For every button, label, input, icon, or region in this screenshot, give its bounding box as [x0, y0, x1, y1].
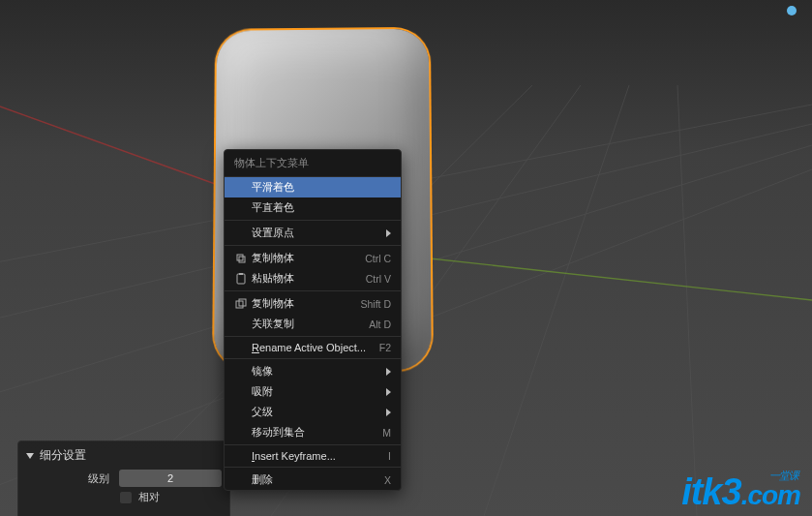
svg-rect-13: [239, 273, 243, 275]
menu-paste-objects[interactable]: 粘贴物体 Ctrl V: [225, 268, 401, 288]
menu-snap[interactable]: 吸附: [225, 381, 401, 402]
menu-separator: [225, 467, 401, 468]
disclosure-triangle-icon: [26, 453, 34, 459]
submenu-arrow-icon: [386, 388, 391, 396]
menu-item-label: Rename Active Object...: [252, 342, 368, 353]
menu-shortcut: Ctrl V: [354, 273, 391, 285]
menu-shortcut: F2: [368, 342, 391, 353]
svg-rect-12: [237, 274, 245, 284]
menu-item-label: 复制物体: [252, 251, 353, 265]
menu-shortcut: X: [373, 474, 391, 486]
svg-rect-11: [239, 257, 245, 262]
level-field[interactable]: 2: [119, 470, 222, 487]
submenu-arrow-icon: [386, 368, 391, 376]
menu-shortcut: I: [376, 450, 391, 462]
paste-icon: [232, 272, 250, 286]
menu-item-label: 镜像: [252, 364, 378, 379]
menu-item-label: 复制物体: [252, 296, 348, 311]
menu-item-label: 吸附: [252, 384, 378, 399]
menu-item-label: 粘贴物体: [252, 271, 354, 286]
copy-icon: [232, 252, 250, 265]
menu-set-origin[interactable]: 设置原点: [225, 223, 401, 243]
menu-insert-keyframe[interactable]: Insert Keyframe... I: [225, 447, 401, 465]
menu-item-label: 移动到集合: [252, 425, 371, 440]
menu-item-label: Insert Keyframe...: [252, 450, 376, 462]
relative-label: 相对: [138, 490, 160, 504]
menu-item-label: 平直着色: [252, 200, 391, 215]
svg-line-7: [677, 85, 697, 516]
menu-item-label: 关联复制: [252, 317, 357, 331]
svg-line-8: [0, 89, 242, 194]
svg-rect-10: [237, 255, 243, 260]
menu-move-to-collection[interactable]: 移动到集合 M: [225, 422, 401, 442]
menu-mirror[interactable]: 镜像: [225, 361, 401, 381]
logo-tagline: 一堂课: [769, 471, 798, 481]
menu-shortcut: M: [371, 427, 391, 439]
menu-separator: [225, 290, 401, 291]
menu-duplicate-objects[interactable]: 复制物体 Shift D: [225, 293, 401, 314]
level-label: 级别: [26, 471, 119, 486]
menu-separator: [225, 444, 401, 445]
relative-checkbox[interactable]: [119, 491, 133, 504]
shading-preset-indicator[interactable]: [787, 6, 797, 15]
menu-item-label: 设置原点: [252, 226, 378, 240]
menu-separator: [225, 336, 401, 337]
context-menu-title: 物体上下文菜单: [225, 150, 401, 177]
menu-separator: [225, 358, 401, 359]
menu-duplicate-linked[interactable]: 关联复制 Alt D: [225, 314, 401, 334]
menu-item-label: 删除: [252, 472, 373, 487]
operator-panel-title: 细分设置: [40, 447, 86, 464]
duplicate-icon: [232, 297, 250, 311]
menu-copy-objects[interactable]: 复制物体 Ctrl C: [225, 248, 401, 268]
menu-shortcut: Alt D: [357, 319, 391, 330]
logo-brand: itk3: [681, 471, 740, 512]
operator-panel[interactable]: 细分设置 级别 2 相对: [17, 440, 230, 516]
svg-line-6: [484, 85, 629, 516]
object-context-menu: 物体上下文菜单 平滑着色 平直着色 设置原点 复制物体 Ctrl C 粘贴物体 …: [224, 149, 402, 491]
menu-shade-flat[interactable]: 平直着色: [225, 197, 401, 218]
operator-panel-header[interactable]: 细分设置: [26, 447, 222, 464]
menu-delete[interactable]: 删除 X: [225, 470, 401, 490]
logo-domain: .com: [741, 480, 800, 510]
submenu-arrow-icon: [386, 229, 391, 237]
menu-item-label: 父级: [252, 405, 378, 419]
menu-shade-smooth[interactable]: 平滑着色: [225, 177, 401, 197]
menu-parent[interactable]: 父级: [225, 402, 401, 422]
viewport-3d[interactable]: [0, 0, 812, 516]
menu-separator: [225, 220, 401, 221]
menu-rename-active-object[interactable]: Rename Active Object... F2: [225, 339, 401, 356]
menu-shortcut: Ctrl C: [353, 253, 391, 264]
watermark-logo: 一堂课 itk3.com: [681, 475, 800, 508]
submenu-arrow-icon: [386, 409, 391, 416]
menu-item-label: 平滑着色: [252, 180, 391, 195]
menu-separator: [225, 245, 401, 246]
svg-line-9: [368, 252, 812, 300]
menu-shortcut: Shift D: [348, 298, 391, 310]
